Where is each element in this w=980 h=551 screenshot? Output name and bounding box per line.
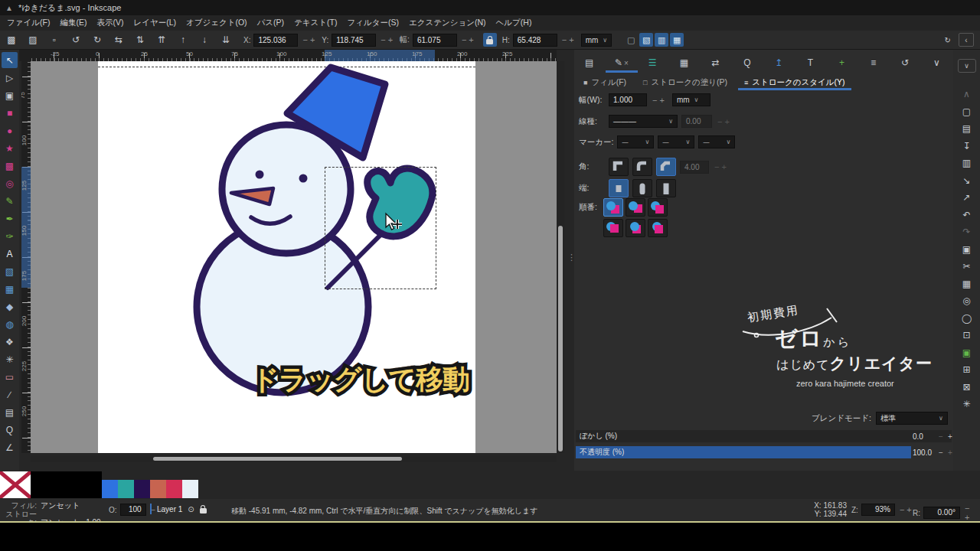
zoom-page-icon[interactable]: ⊡ xyxy=(960,329,974,342)
tab-layers[interactable]: ☰ xyxy=(638,53,669,73)
ellipse-tool[interactable]: ● xyxy=(2,122,18,139)
select-all-icon[interactable]: ▩ xyxy=(5,33,18,47)
black-swatch[interactable] xyxy=(67,471,102,498)
width-stepper[interactable]: −+ xyxy=(462,35,476,44)
transform-patterns-toggle[interactable]: ▦ xyxy=(670,33,684,47)
stroke-style-tab[interactable]: ■フィル(F) xyxy=(577,75,632,90)
cap-round-button[interactable] xyxy=(632,179,652,197)
tab-document-properties[interactable]: ▤ xyxy=(574,53,606,73)
dropper-tool[interactable]: ◆ xyxy=(2,298,18,315)
undo-icon[interactable]: ↶ xyxy=(960,208,974,221)
y-stepper[interactable]: −+ xyxy=(381,35,395,44)
zoom-tool[interactable]: Q xyxy=(2,422,18,438)
black-swatch[interactable] xyxy=(31,471,67,498)
stroke-style-tab[interactable]: ≡ストロークのスタイル(Y) xyxy=(738,75,851,90)
stroke-style-tab[interactable]: □ストロークの塗り(P) xyxy=(637,75,733,90)
y-field[interactable]: 118.745 xyxy=(332,34,376,47)
cap-square-button[interactable] xyxy=(656,179,676,197)
print-icon[interactable]: ▥ xyxy=(960,157,974,170)
save-icon[interactable]: ↧ xyxy=(960,139,974,152)
commands-overflow-button[interactable]: ∨ xyxy=(958,59,976,73)
dash-offset-field[interactable]: 0.00 xyxy=(681,115,712,128)
zoom-selection-icon[interactable]: ◎ xyxy=(960,295,974,308)
rotate-cw-icon[interactable]: ↻ xyxy=(90,33,104,47)
marker-mid-dropdown[interactable]: —∨ xyxy=(658,135,694,148)
export-icon[interactable]: ↗ xyxy=(960,191,974,204)
stroke-unit-dropdown[interactable]: mm∨ xyxy=(672,93,710,106)
blur-slider[interactable]: ぼかし (%) 0.0 − + xyxy=(576,430,952,442)
lower-to-bottom-icon[interactable]: ⇊ xyxy=(219,33,233,47)
scroll-up-icon[interactable]: ∧ xyxy=(960,88,974,101)
stroke-width-stepper[interactable]: −+ xyxy=(652,96,667,105)
paint-bucket-tool[interactable]: ◍ xyxy=(2,316,18,332)
join-miter-button[interactable] xyxy=(609,158,629,176)
marker-end-dropdown[interactable]: —∨ xyxy=(698,135,735,148)
tab-objects[interactable]: ▦ xyxy=(669,53,701,73)
palette-swatch[interactable] xyxy=(102,480,118,498)
tweak-tool[interactable]: ❖ xyxy=(2,334,18,350)
order-stroke-markers-fill-button[interactable] xyxy=(626,219,645,237)
raise-to-top-icon[interactable]: ⇈ xyxy=(155,33,168,47)
redo-icon[interactable]: ↷ xyxy=(960,226,974,239)
select-all-layers-icon[interactable]: ▨ xyxy=(26,33,40,47)
rectangle-tool[interactable]: ■ xyxy=(2,105,18,121)
palette-swatch[interactable] xyxy=(182,480,198,498)
gradient-tool[interactable]: ▧ xyxy=(2,263,18,279)
import-icon[interactable]: ↘ xyxy=(960,174,974,187)
palette-swatch[interactable] xyxy=(118,480,134,498)
tab-history[interactable]: ↺ xyxy=(890,53,922,73)
cap-butt-button[interactable] xyxy=(609,179,629,197)
tab-xml-editor[interactable]: + xyxy=(827,53,858,73)
menu-item[interactable]: パス(P) xyxy=(257,18,285,28)
order-stroke-fill-markers-button[interactable] xyxy=(626,198,645,217)
measure-tool[interactable]: ∠ xyxy=(2,439,18,455)
zoom-drawing-icon[interactable]: ◯ xyxy=(960,311,974,324)
menu-item[interactable]: フィルター(S) xyxy=(348,18,399,28)
scrollbar-thumb[interactable] xyxy=(558,226,563,452)
tab-align[interactable]: ≡ xyxy=(858,53,890,73)
snap-icon[interactable]: ✳ xyxy=(960,398,974,411)
tab-find[interactable]: Q xyxy=(732,53,763,73)
pages-tool[interactable]: ▤ xyxy=(2,404,18,420)
layer-lock-icon[interactable] xyxy=(200,508,207,514)
order-fill-markers-stroke-button[interactable] xyxy=(603,219,623,237)
menu-item[interactable]: 編集(E) xyxy=(60,18,87,28)
clone-icon[interactable]: ⊞ xyxy=(960,364,974,377)
zoom-field[interactable]: 93% xyxy=(861,504,895,516)
cut-icon[interactable]: ✂ xyxy=(960,260,974,273)
layer-visibility-icon[interactable]: ⊙ xyxy=(188,505,194,514)
eraser-tool[interactable]: ▭ xyxy=(2,369,18,385)
new-document-icon[interactable]: ▢ xyxy=(960,105,974,118)
shape-builder-tool[interactable]: ▣ xyxy=(2,87,18,103)
layer-name[interactable]: Layer 1 xyxy=(157,505,182,514)
stroke-width-field[interactable]: 1.000 xyxy=(609,93,647,106)
menu-item[interactable]: ヘルプ(H) xyxy=(496,18,532,28)
tab-fill-stroke[interactable]: ✎× xyxy=(606,53,637,73)
miter-limit-field[interactable]: 4.00 xyxy=(680,161,709,174)
refresh-icon[interactable]: ↻ xyxy=(945,36,951,44)
height-field[interactable]: 65.428 xyxy=(513,34,557,47)
tab-export[interactable]: ↥ xyxy=(764,53,795,73)
rotate-ccw-icon[interactable]: ↺ xyxy=(69,33,83,47)
no-color-swatch[interactable] xyxy=(0,471,31,498)
lock-ratio-button[interactable] xyxy=(483,33,497,47)
transform-gradients-toggle[interactable]: ▥ xyxy=(655,33,668,47)
box-3d-tool[interactable]: ▩ xyxy=(2,158,18,174)
pen-tool[interactable]: ✒ xyxy=(2,210,18,227)
duplicate-icon[interactable]: ▣ xyxy=(960,346,974,359)
blend-mode-dropdown[interactable]: 標準∨ xyxy=(876,412,948,425)
order-markers-stroke-fill-button[interactable] xyxy=(648,219,668,237)
menu-item[interactable]: エクステンション(N) xyxy=(409,18,486,28)
lower-icon[interactable]: ↓ xyxy=(198,33,211,47)
close-icon[interactable]: × xyxy=(624,59,629,67)
canvas-horizontal-scrollbar[interactable] xyxy=(31,455,557,462)
menu-item[interactable]: テキスト(T) xyxy=(294,18,337,28)
pencil-tool[interactable]: ✎ xyxy=(2,193,18,209)
open-file-icon[interactable]: ▤ xyxy=(960,122,974,135)
tab-transform[interactable]: ⇄ xyxy=(701,53,732,73)
tab-more[interactable]: ∨ xyxy=(922,53,953,73)
deselect-icon[interactable]: ▫ xyxy=(47,33,61,47)
spray-tool[interactable]: ✳ xyxy=(2,351,18,367)
menu-item[interactable]: ファイル(F) xyxy=(7,18,50,28)
scale-corners-toggle[interactable]: ▧ xyxy=(639,33,653,47)
